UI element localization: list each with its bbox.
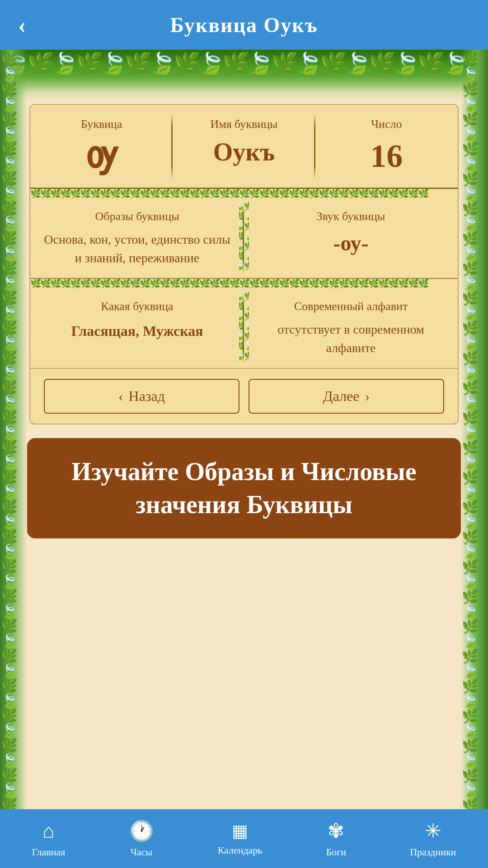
obrazy-title: Образы буквицы: [40, 210, 234, 223]
obrazy-body: Основа, кон, устои, единство силы и знан…: [40, 231, 234, 267]
card-navigation: ‹ Назад Далее ›: [30, 368, 458, 424]
header-title: Буквица Оукъ: [170, 13, 318, 37]
alfavit-body: отсутствует в современном алфавите: [254, 321, 448, 357]
card-top-row: Буквица ѹ Имя буквицы Оукъ Число 16: [30, 105, 458, 189]
nav-calendar-label: Календарь: [218, 844, 263, 856]
bukvitsa-symbol: ѹ: [39, 137, 164, 174]
next-nav-label: Далее: [323, 388, 360, 405]
promo-banner: Изучайте Образы и Числовые значения Букв…: [27, 438, 461, 538]
name-col: Имя буквицы Оукъ: [173, 105, 315, 188]
nav-clock-label: Часы: [131, 846, 153, 858]
nav-item-home[interactable]: ⌂ Главная: [32, 820, 66, 858]
card-bot-row: 🌿🍃🌿🍃🌿🍃🌿🍃🌿🍃🌿🍃🌿🍃🌿🍃🌿🍃🌿🍃🌿🍃🌿🍃🌿🍃🌿🍃🌿🍃🌿🍃🌿🍃🌿🍃🌿🍃🌿🍃…: [30, 289, 458, 368]
nav-item-clock[interactable]: 🕐 Часы: [129, 819, 154, 858]
main-card: Буквица ѹ Имя буквицы Оукъ Число 16 🌿🌿🌿🌿…: [29, 104, 459, 425]
name-header: Имя буквицы: [182, 118, 306, 131]
nav-item-holidays[interactable]: ✳ Праздники: [410, 819, 456, 858]
nav-item-calendar[interactable]: ▦ Календарь: [218, 821, 263, 856]
back-chevron-icon: ‹: [118, 388, 123, 405]
home-icon: ⌂: [42, 820, 54, 843]
top-leaves-decoration: 🍃🌿🍃🌿🍃🌿🍃🌿🍃🌿🍃🌿🍃🌿🍃🌿🍃🌿🍃🌿🍃🌿🍃🌿🍃🌿🍃🌿🍃: [0, 50, 488, 104]
back-button[interactable]: ‹: [18, 12, 26, 38]
number-header: Число: [324, 118, 449, 131]
obrazy-section: Образы буквицы Основа, кон, устои, единс…: [30, 199, 244, 278]
back-nav-label: Назад: [129, 388, 165, 405]
kakaya-title: Какая буквица: [40, 300, 234, 313]
kakaya-section: Какая буквица Гласящая, Мужская: [30, 289, 244, 368]
number-value: 16: [324, 137, 449, 175]
bukvitsa-header: Буквица: [39, 118, 164, 131]
nav-item-gods[interactable]: ✾ Боги: [326, 819, 346, 858]
clock-icon: 🕐: [129, 819, 154, 843]
zvuk-title: Звук буквицы: [254, 210, 448, 223]
nav-holidays-label: Праздники: [410, 846, 456, 858]
back-nav-button[interactable]: ‹ Назад: [44, 379, 239, 414]
vine-sep-1: 🌿🌿🌿🌿🌿🌿🌿🌿🌿🌿🌿🌿🌿🌿🌿🌿🌿🌿🌿🌿🌿🌿🌿🌿🌿🌿🌿🌿🌿🌿🌿🌿🌿🌿🌿🌿🌿🌿🌿🌿: [30, 189, 458, 199]
bottom-navigation: ⌂ Главная 🕐 Часы ▦ Календарь ✾ Боги ✳ Пр…: [0, 809, 488, 868]
alfavit-section: Современный алфавит отсутствует в соврем…: [244, 289, 458, 368]
alfavit-title: Современный алфавит: [254, 300, 448, 313]
vine-vertical-1: 🌿🍃🌿🍃🌿🍃🌿🍃🌿🍃🌿🍃🌿🍃🌿🍃🌿🍃🌿🍃🌿🍃🌿🍃🌿🍃🌿🍃🌿🍃🌿🍃🌿🍃🌿🍃🌿🍃🌿🍃: [239, 199, 249, 278]
vine-sep-2: 🌿🌿🌿🌿🌿🌿🌿🌿🌿🌿🌿🌿🌿🌿🌿🌿🌿🌿🌿🌿🌿🌿🌿🌿🌿🌿🌿🌿🌿🌿🌿🌿🌿🌿🌿🌿🌿🌿🌿🌿: [30, 279, 458, 289]
calendar-icon: ▦: [232, 821, 248, 841]
nav-home-label: Главная: [32, 846, 66, 858]
name-value: Оукъ: [182, 137, 306, 166]
nav-gods-label: Боги: [326, 846, 346, 858]
card-mid-row-1: 🌿🍃🌿🍃🌿🍃🌿🍃🌿🍃🌿🍃🌿🍃🌿🍃🌿🍃🌿🍃🌿🍃🌿🍃🌿🍃🌿🍃🌿🍃🌿🍃🌿🍃🌿🍃🌿🍃🌿🍃…: [30, 199, 458, 279]
next-chevron-icon: ›: [365, 388, 370, 405]
gods-icon: ✾: [328, 819, 344, 843]
bukvitsa-col: Буквица ѹ: [30, 105, 173, 188]
promo-text: Изучайте Образы и Числовые значения Букв…: [45, 455, 443, 521]
next-nav-button[interactable]: Далее ›: [249, 379, 444, 414]
holidays-icon: ✳: [425, 819, 441, 843]
number-col: Число 16: [315, 105, 458, 188]
header: ‹ Буквица Оукъ: [0, 0, 488, 50]
kakaya-body: Гласящая, Мужская: [40, 321, 234, 341]
zvuk-body: -оу-: [254, 231, 448, 255]
zvuk-section: Звук буквицы -оу-: [244, 199, 458, 278]
app-container: ‹ Буквица Оукъ 🍃🌿🍃🌿🍃🌿🍃🌿🍃🌿🍃🌿🍃🌿🍃🌿🍃🌿🍃🌿🍃🌿🍃🌿🍃…: [0, 0, 488, 868]
vine-vertical-2: 🌿🍃🌿🍃🌿🍃🌿🍃🌿🍃🌿🍃🌿🍃🌿🍃🌿🍃🌿🍃🌿🍃🌿🍃🌿🍃🌿🍃🌿🍃🌿🍃🌿🍃🌿🍃🌿🍃🌿🍃: [239, 289, 249, 368]
promo-area: Изучайте Образы и Числовые значения Букв…: [0, 425, 488, 547]
